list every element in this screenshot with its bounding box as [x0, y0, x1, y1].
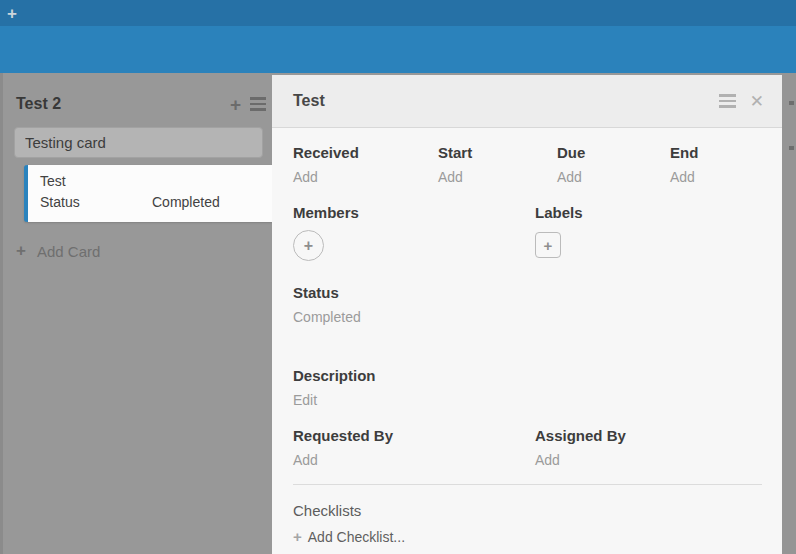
list-title: Test 2 [16, 95, 61, 113]
requested-by-add-link[interactable]: Add [293, 452, 535, 468]
card-detail-header-icons: ✕ [719, 93, 764, 110]
description-field: Description Edit [293, 367, 762, 408]
list-menu-icon[interactable] [250, 97, 266, 111]
hidden-list-icon-fragment [789, 101, 794, 105]
date-add-link[interactable]: Add [557, 169, 670, 185]
date-field-received: Received Add [293, 144, 438, 185]
date-field-end: End Add [670, 144, 762, 185]
date-label: End [670, 144, 762, 161]
add-board-icon[interactable]: + [7, 5, 17, 22]
card-detail-title: Test [293, 92, 325, 110]
new-card-title-input[interactable] [14, 127, 263, 158]
status-field: Status Completed [293, 284, 762, 325]
card-detail-panel: Test ✕ Received Add Start Add Due Add [272, 75, 782, 554]
add-label-button[interactable]: + [535, 232, 561, 258]
add-card-label: Add Card [37, 243, 100, 260]
card-detail-body: Received Add Start Add Due Add End Add [272, 128, 782, 554]
requested-by-label: Requested By [293, 427, 535, 444]
add-checklist-button[interactable]: + Add Checklist... [293, 528, 762, 545]
date-add-link[interactable]: Add [438, 169, 557, 185]
add-card-button[interactable]: + Add Card [16, 241, 100, 261]
labels-label: Labels [535, 204, 762, 221]
members-label: Members [293, 204, 535, 221]
mini-card[interactable]: Test Status Completed [24, 165, 272, 222]
assigned-by-label: Assigned By [535, 427, 762, 444]
requested-by-field: Requested By Add [293, 427, 535, 468]
date-add-link[interactable]: Add [670, 169, 762, 185]
date-label: Due [557, 144, 670, 161]
close-icon[interactable]: ✕ [750, 93, 764, 110]
card-menu-icon[interactable] [719, 94, 736, 108]
mini-card-field-value: Completed [152, 194, 220, 210]
board-right-sliver [782, 73, 796, 554]
app-window: + Test 2 + Test Status Completed + Add C… [0, 0, 796, 554]
date-field-due: Due Add [557, 144, 670, 185]
section-divider [293, 484, 762, 485]
add-member-button[interactable]: + [293, 230, 324, 261]
list-add-card-icon[interactable]: + [230, 95, 241, 114]
mini-card-title: Test [40, 173, 272, 189]
assigned-by-add-link[interactable]: Add [535, 452, 762, 468]
hidden-list-icon-fragment [789, 146, 794, 150]
members-labels-buttons: + + [293, 230, 762, 261]
status-value[interactable]: Completed [293, 309, 762, 325]
date-add-link[interactable]: Add [293, 169, 438, 185]
top-navigation-bar: + [0, 0, 796, 26]
date-field-start: Start Add [438, 144, 557, 185]
add-checklist-plus-icon: + [293, 528, 302, 545]
card-detail-header: Test ✕ [272, 75, 782, 128]
board-header-bar [0, 26, 796, 73]
mini-card-field-label: Status [40, 194, 152, 210]
description-edit-link[interactable]: Edit [293, 392, 762, 408]
assigned-by-field: Assigned By Add [535, 427, 762, 468]
checklists-title: Checklists [293, 502, 762, 519]
list-header-icons: + [230, 95, 266, 114]
add-card-plus-icon: + [16, 241, 26, 261]
board-left-edge [0, 73, 3, 554]
date-label: Received [293, 144, 438, 161]
list-header: Test 2 + [16, 92, 266, 116]
add-checklist-label: Add Checklist... [308, 529, 405, 545]
members-labels-row: Members Labels [293, 204, 762, 221]
dates-row: Received Add Start Add Due Add End Add [293, 144, 762, 185]
status-label: Status [293, 284, 762, 301]
people-row: Requested By Add Assigned By Add [293, 427, 762, 468]
mini-card-field: Status Completed [40, 194, 272, 210]
checklists-section: Checklists + Add Checklist... [293, 502, 762, 545]
date-label: Start [438, 144, 557, 161]
description-label: Description [293, 367, 762, 384]
